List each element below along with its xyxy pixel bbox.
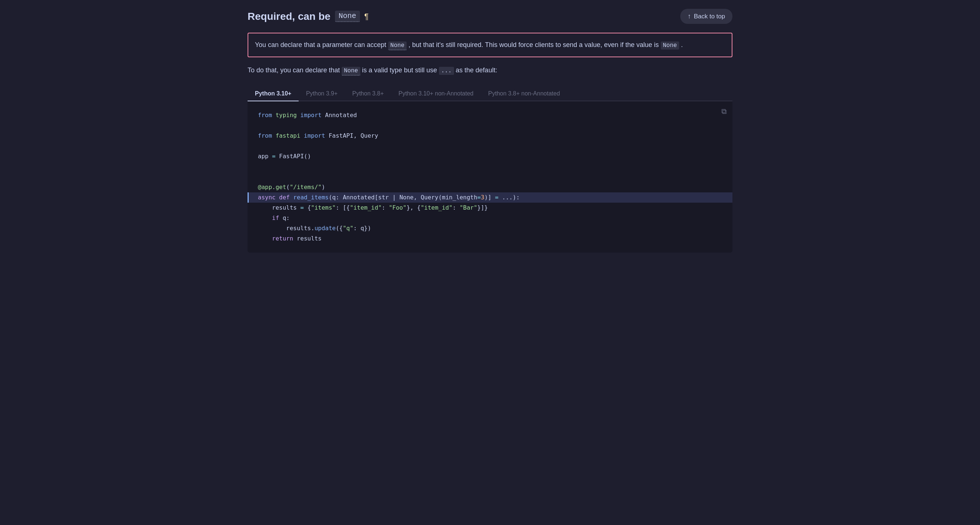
tabs-container: Python 3.10+ Python 3.9+ Python 3.8+ Pyt… bbox=[248, 87, 732, 252]
page-wrapper: Required, can be None ¶ ↑ Back to top Yo… bbox=[233, 0, 747, 267]
highlight-code2: None bbox=[661, 41, 679, 49]
para2-text-middle2: is a valid type but still use bbox=[362, 67, 437, 74]
highlight-text-end: . bbox=[681, 41, 683, 48]
tab-python310plus[interactable]: Python 3.10+ bbox=[248, 87, 299, 102]
code-block: ⧉ from typing import Annotated from fast… bbox=[248, 102, 732, 252]
page-title: Required, can be bbox=[248, 11, 331, 22]
none-badge: None bbox=[335, 11, 360, 22]
code-line-if: if q: bbox=[258, 213, 722, 223]
highlight-paragraph: You can declare that a parameter can acc… bbox=[248, 33, 732, 57]
code-line-dec: @app.get("/items/") bbox=[258, 182, 722, 192]
tab-python310-nonannotated[interactable]: Python 3.10+ non-Annotated bbox=[391, 87, 481, 102]
code-line-2: from fastapi import FastAPI, Query bbox=[258, 131, 722, 141]
back-to-top-button[interactable]: ↑ Back to top bbox=[680, 9, 732, 24]
tab-python38-nonannotated[interactable]: Python 3.8+ non-Annotated bbox=[481, 87, 567, 102]
code-line-highlighted: async def read_items(q: Annotated[str | … bbox=[248, 192, 732, 203]
arrow-up-icon: ↑ bbox=[687, 13, 691, 20]
para2-code1: None bbox=[342, 67, 360, 76]
header-left: Required, can be None ¶ bbox=[248, 11, 368, 22]
code-line-return: return results bbox=[258, 233, 722, 244]
code-line-3: app = FastAPI() bbox=[258, 151, 722, 162]
pilcrow-icon[interactable]: ¶ bbox=[364, 12, 369, 21]
highlight-text-middle: , but that it's still required. bbox=[409, 41, 484, 48]
highlight-text-before: You can declare that a parameter can acc… bbox=[255, 41, 387, 48]
code-blank-1 bbox=[258, 121, 722, 131]
para2-text-end2: as the default: bbox=[456, 67, 497, 74]
code-blank-3 bbox=[258, 162, 722, 172]
code-blank-4 bbox=[258, 172, 722, 182]
code-line-1: from typing import Annotated bbox=[258, 110, 722, 121]
para2-text-before: To do that, you can declare that bbox=[248, 67, 340, 74]
para2-code2: ... bbox=[439, 67, 454, 75]
page-header: Required, can be None ¶ ↑ Back to top bbox=[248, 9, 732, 24]
tabs-list: Python 3.10+ Python 3.9+ Python 3.8+ Pyt… bbox=[248, 87, 732, 102]
code-line-update: results.update({"q": q}) bbox=[258, 223, 722, 233]
code-line-results: results = {"items": [{"item_id": "Foo"},… bbox=[258, 203, 722, 213]
copy-button[interactable]: ⧉ bbox=[721, 107, 727, 116]
copy-icon: ⧉ bbox=[721, 107, 727, 115]
code-blank-2 bbox=[258, 141, 722, 151]
code-content: from typing import Annotated from fastap… bbox=[258, 110, 722, 244]
highlight-code1: None bbox=[388, 41, 407, 50]
highlight-text-after: This would force clients to send a value… bbox=[485, 41, 659, 48]
second-paragraph: To do that, you can declare that None is… bbox=[248, 65, 732, 76]
tab-python39plus[interactable]: Python 3.9+ bbox=[299, 87, 345, 102]
back-to-top-label: Back to top bbox=[694, 13, 725, 20]
tab-python38plus[interactable]: Python 3.8+ bbox=[345, 87, 391, 102]
